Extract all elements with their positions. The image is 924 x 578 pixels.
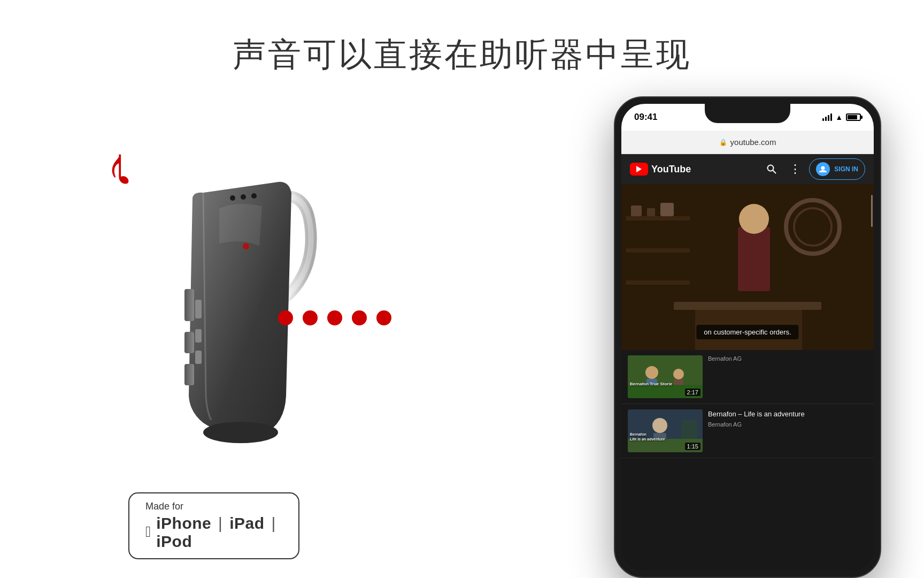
svg-point-13 <box>821 166 825 170</box>
phone-screen: 09:41 ▲ 🔒 youtube.com <box>621 104 874 571</box>
phone-mockup: 09:41 ▲ 🔒 youtube.com <box>614 96 892 578</box>
svg-rect-5 <box>195 351 202 364</box>
svg-rect-39 <box>681 420 697 439</box>
yt-search-button[interactable] <box>762 159 781 179</box>
play-triangle-icon <box>636 166 642 172</box>
wifi-icon: ▲ <box>835 113 843 121</box>
youtube-logo: YouTube <box>630 163 691 176</box>
url-bar[interactable]: 🔒 youtube.com <box>621 131 874 154</box>
yt-play-button-icon <box>630 163 648 176</box>
video1-thumb-label: Bernafon True Storie <box>630 382 672 386</box>
video1-channel: Bernafon AG <box>708 355 867 362</box>
svg-rect-16 <box>626 248 690 253</box>
phone-notch <box>705 104 790 123</box>
svg-rect-1 <box>184 332 194 353</box>
svg-rect-23 <box>738 227 770 291</box>
bar2 <box>825 117 827 121</box>
signin-label: SIGN IN <box>834 165 858 173</box>
bar1 <box>822 118 824 121</box>
dot-1 <box>278 310 293 325</box>
battery-fill <box>848 115 857 119</box>
status-time: 09:41 <box>634 112 657 123</box>
svg-point-9 <box>241 194 246 200</box>
svg-rect-2 <box>184 364 194 385</box>
video1-info: Bernafon AG <box>708 355 867 398</box>
svg-point-11 <box>768 165 774 171</box>
scroll-indicator <box>871 195 873 227</box>
device-names: iPhone | iPad | iPod <box>156 514 282 551</box>
video2-thumb-label: Bernafon Life is an adventure <box>630 432 665 442</box>
svg-rect-20 <box>660 203 674 216</box>
svg-rect-15 <box>626 216 690 220</box>
battery-icon <box>846 113 861 121</box>
svg-rect-4 <box>195 329 202 343</box>
video-item-2[interactable]: Bernafon Life is an adventure 1:15 Berna… <box>621 404 874 458</box>
svg-point-36 <box>652 418 667 433</box>
phone-outer-shell: 09:41 ▲ 🔒 youtube.com <box>614 96 881 578</box>
music-note-icon: ♪ <box>107 139 134 193</box>
status-icons: ▲ <box>822 113 861 121</box>
apple-logo-icon:  <box>145 523 151 541</box>
svg-rect-18 <box>631 206 642 216</box>
svg-rect-3 <box>195 300 202 318</box>
dot-3 <box>327 310 342 325</box>
svg-point-31 <box>673 369 684 379</box>
bar3 <box>828 115 829 121</box>
svg-line-12 <box>773 170 776 173</box>
bluetooth-dots <box>278 310 391 325</box>
sep1: | <box>218 514 227 532</box>
main-video-player[interactable]: on customer-specific orders. <box>621 184 874 350</box>
hearing-aid-image <box>139 118 342 482</box>
yt-account-icon <box>816 162 830 176</box>
yt-more-button[interactable]: ⋮ <box>786 159 805 179</box>
video2-title: Bernafon – Life is an adventure <box>708 409 867 419</box>
iphone-label: iPhone <box>156 514 211 532</box>
video-list: Bernafon True Storie 2:17 Bernafon AG <box>621 350 874 571</box>
yt-wordmark: YouTube <box>651 164 691 175</box>
url-text: youtube.com <box>730 138 776 147</box>
svg-rect-25 <box>674 302 821 310</box>
svg-point-6 <box>243 243 249 249</box>
video1-duration: 2:17 <box>685 389 700 396</box>
ipod-label: iPod <box>156 533 192 550</box>
svg-rect-0 <box>184 289 194 321</box>
bar4 <box>830 113 832 121</box>
svg-point-10 <box>251 193 257 199</box>
svg-point-7 <box>203 422 278 443</box>
page-title: 声音可以直接在助听器中呈现 <box>0 0 924 77</box>
sep2: | <box>271 514 275 532</box>
dot-2 <box>303 310 318 325</box>
signal-icon <box>822 113 832 121</box>
svg-rect-17 <box>626 280 690 285</box>
left-section: ♪ <box>32 107 417 535</box>
yt-content: on customer-specific orders. <box>621 184 874 571</box>
yt-signin-button[interactable]: SIGN IN <box>809 158 865 180</box>
video-thumb-1: Bernafon True Storie 2:17 <box>628 355 703 398</box>
ipad-label: iPad <box>229 514 264 532</box>
dot-4 <box>352 310 367 325</box>
video-caption: on customer-specific orders. <box>696 325 798 339</box>
video2-info: Bernafon – Life is an adventure Bernafon… <box>708 409 867 452</box>
device-row:  iPhone | iPad | iPod <box>145 514 282 551</box>
svg-point-24 <box>739 204 769 234</box>
svg-rect-19 <box>647 208 655 216</box>
made-for-badge: Made for  iPhone | iPad | iPod <box>128 492 299 559</box>
svg-point-8 <box>230 195 235 201</box>
youtube-header: YouTube ⋮ S <box>621 154 874 184</box>
video-item-1[interactable]: Bernafon True Storie 2:17 Bernafon AG <box>621 350 874 404</box>
made-for-label: Made for <box>145 501 183 512</box>
dot-5 <box>376 310 391 325</box>
svg-point-29 <box>645 366 658 379</box>
video2-duration: 1:15 <box>685 443 700 450</box>
video-thumb-2: Bernafon Life is an adventure 1:15 <box>628 409 703 452</box>
video2-channel: Bernafon AG <box>708 421 867 428</box>
lock-icon: 🔒 <box>719 139 727 146</box>
